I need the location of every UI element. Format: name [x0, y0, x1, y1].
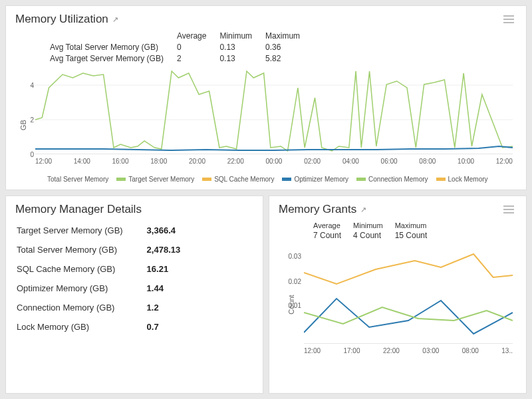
table-row: Lock Memory (GB)0.7 — [17, 318, 252, 336]
utilization-chart: GB 0 2 4 12:0014:0016:0018:0020:0022:000… — [35, 68, 513, 174]
y-ticks: 0.01 0.02 0.03 — [281, 244, 301, 331]
table-row: Connection Memory (GB)1.2 — [17, 299, 252, 317]
table-row: Total Server Memory (GB)2,478.13 — [17, 241, 252, 259]
panel-title: Memory Grants ↗ — [279, 203, 366, 216]
table-row: Optimizer Memory (GB)1.44 — [17, 279, 252, 297]
details-table: Target Server Memory (GB)3,366.4 Total S… — [15, 220, 253, 337]
table-row: Target Server Memory (GB)3,366.4 — [17, 221, 252, 239]
panel-title: Memory Utilization ↗ — [15, 13, 118, 26]
x-ticks: 12:0017:0022:0003:0008:0013.. — [304, 347, 513, 354]
x-ticks: 12:0014:0016:0018:0020:0022:0000:0002:00… — [35, 158, 513, 165]
panel-menu-icon[interactable] — [501, 13, 517, 26]
grants-summary-table: AverageMinimumMaximum 7 Count4 Count15 C… — [312, 220, 439, 241]
table-row: SQL Cache Memory (GB)16.21 — [17, 260, 252, 278]
utilization-plot — [35, 68, 513, 154]
memory-grants-panel: Memory Grants ↗ AverageMinimumMaximum 7 … — [269, 196, 527, 394]
panel-menu-icon[interactable] — [501, 203, 517, 216]
popout-icon[interactable]: ↗ — [112, 15, 118, 24]
popout-icon[interactable]: ↗ — [360, 205, 366, 214]
grants-chart: Count 0.01 0.02 0.03 12:0017:0022:0003 — [304, 244, 513, 357]
utilization-legend: Total Server Memory Target Server Memory… — [35, 176, 517, 183]
y-ticks: 0 2 4 — [22, 68, 34, 154]
panel-title: Memory Manager Details — [15, 203, 142, 216]
memory-manager-details-panel: Memory Manager Details Target Server Mem… — [5, 196, 263, 394]
memory-utilization-panel: Memory Utilization ↗ Average Minimum Max… — [5, 5, 527, 190]
grants-plot — [304, 244, 513, 344]
utilization-summary-table: Average Minimum Maximum Avg Total Server… — [49, 30, 313, 65]
